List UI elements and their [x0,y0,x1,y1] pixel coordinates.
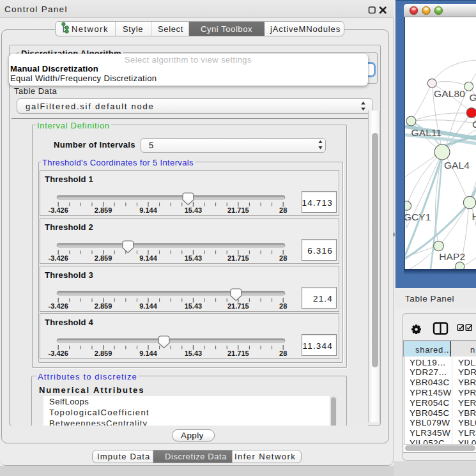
svg-text:GCY1: GCY1 [405,211,431,222]
svg-text:15.43: 15.43 [185,349,203,357]
svg-text:2.859: 2.859 [95,254,112,262]
svg-text:21.715: 21.715 [227,254,249,262]
svg-text:Threshold 3: Threshold 3 [45,270,93,280]
svg-text:15.43: 15.43 [185,206,203,214]
svg-text:2.859: 2.859 [95,349,112,357]
svg-text:21.715: 21.715 [227,302,249,310]
svg-text:15.43: 15.43 [185,254,203,262]
svg-text:H: H [472,211,476,222]
svg-text:9.144: 9.144 [139,254,157,262]
svg-text:28: 28 [279,206,287,214]
svg-text:GAL80: GAL80 [434,88,465,99]
svg-text:28: 28 [279,254,287,262]
svg-text:Threshold 1: Threshold 1 [45,174,93,184]
svg-text:28: 28 [279,349,287,357]
svg-text:-3.426: -3.426 [49,206,68,214]
svg-text:21.715: 21.715 [227,349,249,357]
svg-text:9.144: 9.144 [139,302,157,310]
svg-text:Threshold 4: Threshold 4 [45,318,93,327]
svg-text:2.859: 2.859 [95,302,112,310]
svg-text:9.144: 9.144 [139,349,157,357]
svg-text:GAL11: GAL11 [411,127,442,138]
svg-text:-3.426: -3.426 [49,349,68,357]
svg-text:28: 28 [279,302,287,310]
svg-text:21.715: 21.715 [227,206,249,214]
svg-text:9.144: 9.144 [139,206,157,214]
svg-text:GA: GA [470,92,476,103]
svg-text:-3.426: -3.426 [49,254,68,262]
svg-text:C: C [472,119,476,130]
svg-text:Threshold 2: Threshold 2 [45,222,93,232]
svg-text:-3.426: -3.426 [49,302,68,310]
svg-text:HAP2: HAP2 [439,251,465,262]
svg-text:15.43: 15.43 [185,302,203,310]
svg-text:GAL4: GAL4 [444,160,470,171]
svg-text:2.859: 2.859 [95,206,112,214]
